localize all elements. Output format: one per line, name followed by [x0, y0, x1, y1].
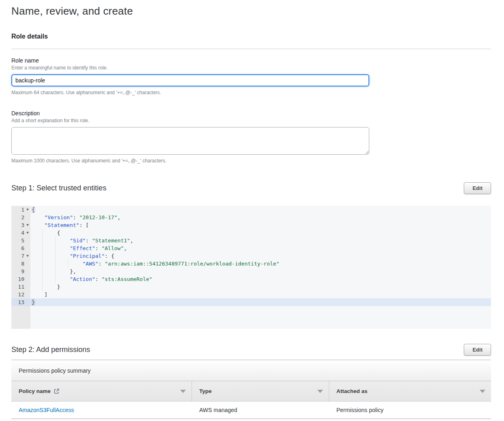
external-link-icon — [54, 388, 60, 394]
step2-edit-button[interactable]: Edit — [464, 344, 491, 356]
table-row: AmazonS3FullAccess AWS managed Permissio… — [11, 402, 491, 419]
page-title: Name, review, and create — [11, 5, 491, 17]
fold-arrow-icon[interactable] — [26, 232, 29, 234]
trust-policy-editor[interactable]: 12345678910111213 { "Version": "2012-10-… — [11, 206, 491, 329]
role-name-input[interactable] — [11, 74, 369, 86]
fold-arrow-icon[interactable] — [26, 224, 29, 226]
filter-triangle-icon[interactable] — [180, 390, 186, 393]
filter-triangle-icon[interactable] — [317, 390, 323, 393]
role-name-label: Role name — [11, 57, 491, 64]
filter-triangle-icon[interactable] — [480, 390, 485, 393]
permissions-table-header: Policy name Type Attached as — [11, 381, 491, 402]
step1-header-row: Step 1: Select trusted entities Edit — [11, 182, 491, 194]
role-name-constraint: Maximum 64 characters. Use alphanumeric … — [11, 90, 491, 95]
editor-code[interactable]: { "Version": "2012-10-17", "Statement": … — [30, 206, 491, 329]
description-help: Add a short explanation for this role. — [11, 118, 491, 123]
step1-edit-button[interactable]: Edit — [464, 182, 491, 194]
section-divider — [11, 49, 491, 49]
role-details-heading: Role details — [11, 33, 491, 40]
fold-arrow-icon[interactable] — [26, 255, 29, 257]
permissions-summary-title: Permissions policy summary — [11, 360, 491, 381]
column-header-policy-name[interactable]: Policy name — [11, 381, 192, 401]
attached-as-value: Permissions policy — [336, 407, 383, 413]
editor-gutter: 12345678910111213 — [11, 206, 30, 329]
policy-type-value: AWS managed — [199, 407, 237, 413]
policy-name-link[interactable]: AmazonS3FullAccess — [19, 407, 74, 413]
description-label: Description — [11, 110, 491, 117]
role-name-help: Enter a meaningful name to identify this… — [11, 65, 491, 71]
column-header-attached-as[interactable]: Attached as — [329, 381, 491, 401]
step2-header-row: Step 2: Add permissions Edit — [11, 344, 491, 356]
step2-heading: Step 2: Add permissions — [11, 345, 90, 354]
type-column-label: Type — [199, 388, 212, 394]
description-constraint: Maximum 1000 characters. Use alphanumeri… — [11, 158, 491, 164]
column-header-type[interactable]: Type — [192, 381, 329, 401]
permissions-summary-panel: Permissions policy summary Policy name T… — [11, 360, 491, 419]
description-textarea[interactable] — [11, 127, 369, 155]
policy-name-column-label: Policy name — [19, 388, 51, 394]
attached-as-column-label: Attached as — [336, 388, 368, 394]
fold-arrow-icon[interactable] — [26, 209, 29, 211]
step1-heading: Step 1: Select trusted entities — [11, 184, 106, 192]
